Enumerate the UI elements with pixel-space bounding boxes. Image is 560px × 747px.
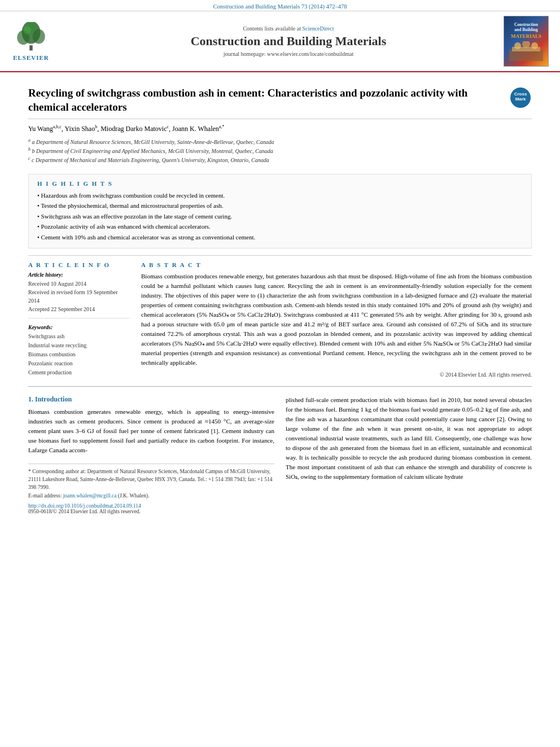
svg-point-8 — [514, 42, 521, 49]
sciencedirect-line: Contents lists available at ScienceDirec… — [85, 25, 492, 32]
keyword-3: Biomass combustion — [28, 350, 130, 359]
affiliation-a: a a Department of Natural Resource Scien… — [28, 137, 532, 146]
sciencedirect-link[interactable]: ScienceDirect — [302, 25, 334, 32]
cover-title-line1: Construction and Building — [514, 22, 538, 32]
journal-cover-area: Construction and Building MATERIALS — [492, 16, 549, 67]
elsevier-logo-area: ELSEVIER — [11, 16, 85, 67]
keywords-label: Keywords: — [28, 324, 130, 330]
article-title-section: Recycling of switchgrass combustion ash … — [28, 78, 532, 119]
footnote-email-line: E-mail address: joann.whalen@mcgill.ca (… — [28, 492, 274, 500]
article-info-abstract: A R T I C L E I N F O Article history: R… — [28, 255, 532, 377]
article-title: Recycling of switchgrass combustion ash … — [28, 86, 504, 114]
article-info-header: A R T I C L E I N F O — [28, 261, 130, 268]
body-section: 1. Introduction Biomass combustion gener… — [28, 395, 532, 514]
footnote-corresponding: * Corresponding author at: Department of… — [28, 468, 274, 492]
author-matovic: Miodrag Darko Matovic — [100, 125, 167, 133]
svg-point-5 — [24, 26, 31, 34]
body-col-right: plished full-scale cement production tri… — [286, 395, 532, 514]
keyword-1: Switchgrass ash — [28, 332, 130, 341]
email-label: E-mail address: — [28, 493, 62, 499]
article-info-col: A R T I C L E I N F O Article history: R… — [28, 261, 130, 377]
svg-text:Cross: Cross — [514, 91, 527, 97]
body-divider — [28, 386, 532, 387]
highlight-3: Switchgrass ash was an effective pozzola… — [37, 211, 523, 222]
sciencedirect-prefix: Contents lists available at — [243, 25, 300, 32]
history-label: Article history: — [28, 272, 130, 278]
email-name: (J.K. Whalen). — [118, 493, 150, 499]
elsevier-name: ELSEVIER — [13, 54, 49, 61]
elsevier-logo: ELSEVIER — [11, 22, 51, 61]
journal-ref-text: Construction and Building Materials 73 (… — [213, 3, 347, 10]
highlights-section: H I G H L I G H T S Hazardous ash from s… — [28, 174, 532, 249]
keyword-4: Pozzolanic reaction — [28, 359, 130, 368]
cover-materials-text: MATERIALS — [511, 33, 541, 39]
highlights-title: H I G H L I G H T S — [37, 180, 523, 187]
keywords-group: Keywords: Switchgrass ash Industrial was… — [28, 324, 130, 377]
cover-image-graphic — [509, 41, 543, 61]
body-col1-text: Biomass combustion generates renewable e… — [28, 407, 274, 455]
body-col-left: 1. Introduction Biomass combustion gener… — [28, 395, 274, 514]
article-title-text: Recycling of switchgrass combustion ash … — [28, 86, 504, 114]
authors-line: Yu Wanga,b,c, Yixin Shaob, Miodrag Darko… — [28, 124, 532, 134]
abstract-col: A B S T R A C T Biomass combustion produ… — [141, 261, 532, 377]
article-history-group: Article history: Received 10 August 2014… — [28, 272, 130, 318]
author-yu-wang: Yu Wang — [28, 125, 53, 133]
journal-reference-bar: Construction and Building Materials 73 (… — [0, 0, 560, 11]
svg-rect-0 — [29, 45, 33, 50]
abstract-header: A B S T R A C T — [141, 261, 532, 268]
affiliation-c: c c Department of Mechanical and Materia… — [28, 155, 532, 164]
accepted-date: Accepted 22 September 2014 — [28, 305, 130, 313]
svg-point-10 — [531, 42, 538, 49]
journal-cover-image: Construction and Building MATERIALS — [504, 16, 549, 67]
content-area: Recycling of switchgrass combustion ash … — [0, 72, 560, 526]
crossmark-badge[interactable]: Cross Mark — [509, 86, 532, 109]
svg-text:Mark: Mark — [515, 97, 526, 102]
journal-header: ELSEVIER Contents lists available at Sci… — [0, 11, 560, 72]
highlight-2: Tested the physiochemical, thermal and m… — [37, 200, 523, 211]
received-date: Received 10 August 2014 — [28, 279, 130, 288]
journal-homepage: journal homepage: www.elsevier.com/locat… — [85, 51, 492, 57]
abstract-text: Biomass combustion produces renewable en… — [141, 272, 532, 368]
section1-title: 1. Introduction — [28, 395, 274, 404]
corresponding-email[interactable]: joann.whalen@mcgill.ca — [63, 493, 117, 499]
highlight-1: Hazardous ash from switchgrass combustio… — [37, 190, 523, 201]
keyword-5: Cement production — [28, 368, 130, 377]
affiliation-b: b b Department of Civil Engineering and … — [28, 146, 532, 155]
highlight-4: Pozzolanic activity of ash was enhanced … — [37, 221, 523, 232]
authors-section: Yu Wanga,b,c, Yixin Shaob, Miodrag Darko… — [28, 119, 532, 167]
copyright-line: © 2014 Elsevier Ltd. All rights reserved… — [141, 372, 532, 378]
author-yixin-shao: Yixin Shao — [64, 125, 95, 133]
crossmark-icon: Cross Mark — [510, 87, 531, 108]
revised-date: Received in revised form 19 September 20… — [28, 288, 130, 305]
author-whalen: Joann K. Whalen — [172, 125, 219, 133]
elsevier-tree-icon — [11, 22, 51, 53]
journal-header-center: Contents lists available at ScienceDirec… — [85, 16, 492, 67]
affiliations: a a Department of Natural Resource Scien… — [28, 137, 532, 165]
issn-line: 0950-0618/© 2014 Elsevier Ltd. All right… — [28, 509, 274, 514]
footnote-section: * Corresponding author at: Department of… — [28, 464, 274, 514]
journal-title: Construction and Building Materials — [85, 34, 492, 49]
keyword-2: Industrial waste recycling — [28, 341, 130, 350]
doi-line[interactable]: http://dx.doi.org/10.1016/j.conbuildmat.… — [28, 503, 274, 509]
body-col2-text: plished full-scale cement production tri… — [286, 395, 532, 482]
highlight-5: Cement with 10% ash and chemical acceler… — [37, 232, 523, 243]
